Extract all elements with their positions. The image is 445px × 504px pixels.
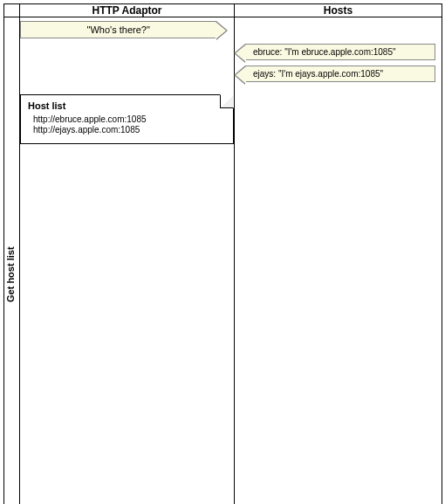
request-who-there: "Who's there?" [20, 21, 216, 38]
column-header-hosts: Hosts [235, 4, 442, 17]
section-label-get-host-list: Get host list [4, 17, 20, 505]
reply-ejays-identity: ejays: "I'm ejays.apple.com:1085" [245, 66, 435, 82]
sequence-diagram: HTTP Adaptor Hosts Get host list "Who's … [3, 3, 442, 504]
host-list-body: http://ebruce.apple.com:1085 http://ejay… [28, 114, 226, 136]
reply-ebruce-identity: ebruce: "I'm ebruce.apple.com:1085" [245, 44, 435, 60]
host-list-box: Host list http://ebruce.apple.com:1085 h… [20, 94, 234, 144]
corner-cell [4, 4, 20, 17]
hosts-cell-s1: ebruce: "I'm ebruce.apple.com:1085" ejay… [235, 17, 442, 505]
column-header-adaptor: HTTP Adaptor [20, 4, 235, 17]
host-list-title: Host list [28, 100, 226, 113]
adaptor-cell-s1: "Who's there?" Host list http://ebruce.a… [20, 17, 235, 505]
